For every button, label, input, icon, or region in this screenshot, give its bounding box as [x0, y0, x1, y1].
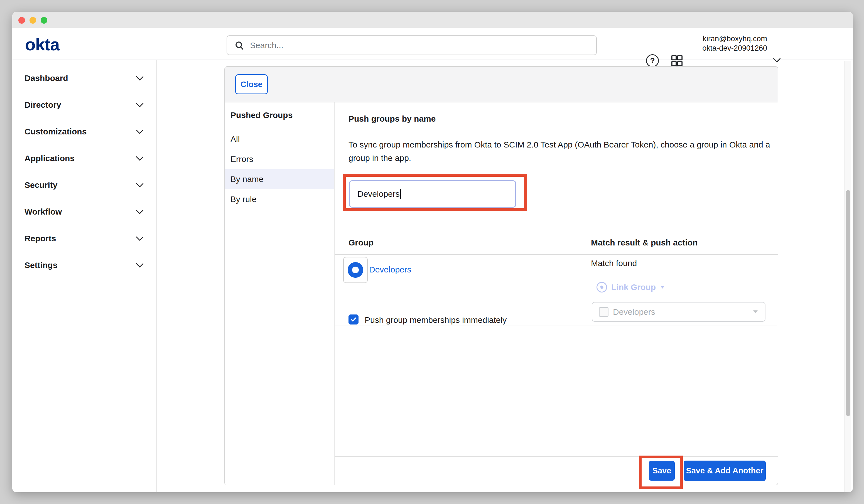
chevron-down-icon [135, 263, 144, 268]
close-button[interactable]: Close [235, 74, 268, 94]
chevron-down-icon [135, 182, 144, 188]
table-row-divider [335, 326, 778, 326]
push-immediately-label: Push group memberships immediately [365, 315, 507, 325]
text-cursor [400, 189, 401, 199]
push-immediately-checkbox[interactable] [348, 314, 359, 324]
account-chevron-down-icon[interactable] [773, 57, 781, 63]
group-link[interactable]: Developers [369, 265, 411, 274]
chevron-down-icon [135, 103, 144, 107]
group-icon-card [343, 257, 368, 283]
content-heading: Push groups by name [348, 114, 436, 123]
subnav-item-by-name[interactable]: By name [225, 169, 334, 189]
subnav-item-all[interactable]: All [225, 129, 334, 149]
okta-group-icon [348, 262, 363, 278]
window-minimize-icon[interactable] [29, 17, 36, 24]
apps-grid-icon[interactable] [671, 54, 683, 67]
caret-down-icon [661, 286, 664, 288]
panel-header: Close [225, 67, 778, 103]
search-icon [235, 40, 244, 50]
vertical-scrollbar-track[interactable] [844, 61, 851, 492]
target-group-select[interactable]: Developers [592, 302, 766, 322]
chevron-down-icon [135, 236, 144, 241]
col-header-match: Match result & push action [591, 238, 698, 248]
sidebar-item-dashboard[interactable]: Dashboard [12, 72, 156, 84]
window-titlebar [12, 12, 853, 28]
window-close-icon[interactable] [19, 17, 25, 24]
group-placeholder-icon [599, 307, 609, 317]
push-by-name-content: Push groups by name To sync group member… [335, 103, 778, 485]
sidebar-item-workflow[interactable]: Workflow [12, 206, 156, 218]
group-name-input[interactable]: Developers [349, 180, 516, 208]
sidebar-item-directory[interactable]: Directory [12, 99, 156, 111]
window-zoom-icon[interactable] [41, 17, 47, 24]
desktop-background: { "colors": { "accent_blue": "#1662dd", … [0, 0, 864, 504]
search-input[interactable] [249, 40, 591, 50]
sidebar-item-settings[interactable]: Settings [12, 259, 156, 271]
save-button[interactable]: Save [649, 461, 675, 481]
content-description: To sync group memberships from Okta to S… [348, 138, 770, 165]
push-groups-panel: Close Pushed Groups All Errors By name B… [224, 66, 778, 485]
vertical-scrollbar-thumb[interactable] [846, 190, 850, 416]
chevron-down-icon [135, 76, 144, 81]
app-header: okta ? kiran@boxyhq.com okta-dev-2090126… [12, 28, 853, 60]
chevron-down-icon [135, 209, 144, 214]
account-org: okta-dev-20901260 [694, 44, 767, 53]
sidebar-item-applications[interactable]: Applications [12, 152, 156, 165]
footer-divider [335, 456, 778, 457]
chevron-down-icon [135, 156, 144, 161]
link-group-dropdown-button[interactable]: Link Group [596, 281, 665, 293]
match-status: Match found [591, 259, 637, 268]
account-menu[interactable]: kiran@boxyhq.com okta-dev-20901260 [694, 34, 767, 53]
sidebar-item-security[interactable]: Security [12, 179, 156, 191]
sidebar-item-customizations[interactable]: Customizations [12, 125, 156, 138]
pushed-groups-title: Pushed Groups [230, 110, 292, 120]
app-window: okta ? kiran@boxyhq.com okta-dev-2090126… [12, 12, 853, 492]
checkmark-icon [350, 316, 357, 323]
chevron-down-icon [135, 129, 144, 134]
help-icon[interactable]: ? [646, 54, 659, 67]
save-and-add-another-button[interactable]: Save & Add Another [684, 460, 766, 481]
pushed-groups-nav: Pushed Groups All Errors By name By rule [225, 103, 335, 485]
main-sidebar: Dashboard Directory Customizations Appli… [12, 60, 157, 492]
col-header-group: Group [348, 238, 374, 248]
account-email: kiran@boxyhq.com [694, 34, 767, 44]
sidebar-item-reports[interactable]: Reports [12, 232, 156, 244]
table-header-divider [335, 254, 778, 255]
okta-logo[interactable]: okta [25, 36, 59, 53]
link-icon [596, 281, 607, 293]
global-search[interactable] [227, 35, 597, 55]
select-caret-icon [753, 310, 758, 313]
subnav-item-errors[interactable]: Errors [225, 149, 334, 169]
subnav-item-by-rule[interactable]: By rule [225, 189, 334, 209]
